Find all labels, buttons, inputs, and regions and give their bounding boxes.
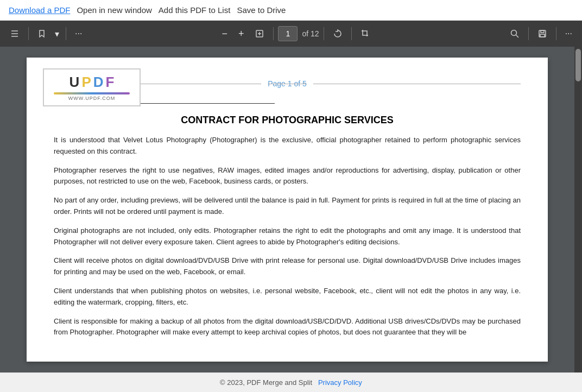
zoom-out-button[interactable]: − <box>217 25 232 43</box>
contract-para-3: No part of any order, including previews… <box>54 195 521 218</box>
updf-bar <box>54 92 130 94</box>
footer: © 2023, PDF Merge and Split Privacy Poli… <box>0 372 582 392</box>
contract-para-5: Client will receive photos on digital do… <box>54 255 521 278</box>
page-hr-right <box>313 84 521 84</box>
bookmark-button[interactable] <box>33 26 50 41</box>
toolbar-left: ▾ ··· <box>5 26 86 42</box>
page-total-label: of 12 <box>302 29 319 38</box>
contract-para-1: It is understood that Velvet Lotus Photo… <box>54 135 521 157</box>
save-to-drive-link[interactable]: Save to Drive <box>237 5 286 15</box>
save-button[interactable] <box>533 26 552 42</box>
divider-3 <box>273 27 274 40</box>
content-area: U P D F WWW.UPDF.COM Page 1 of 5 Date: <box>0 47 582 372</box>
page-number-input[interactable] <box>278 26 298 41</box>
contract-para-7: Client is responsible for making a backu… <box>54 316 521 339</box>
rotate-button[interactable] <box>328 26 347 42</box>
divider-4 <box>324 27 324 40</box>
contract-para-2: Photographer reserves the right to use n… <box>54 165 521 188</box>
divider-2 <box>66 27 66 40</box>
bookmark-dropdown-button[interactable]: ▾ <box>53 28 61 40</box>
svg-point-4 <box>511 30 516 36</box>
contract-para-4: Original photographs are not included, o… <box>54 225 521 248</box>
top-bar: Download a PDF Open in new window Add th… <box>0 0 582 21</box>
footer-text: © 2023, PDF Merge and Split <box>220 378 312 387</box>
contract-title: CONTRACT FOR PHOTOGRAPHIC SERVICES <box>54 115 521 126</box>
page-indicator-text: Page 1 of 5 <box>261 79 313 88</box>
watermark: U P D F WWW.UPDF.COM <box>43 68 141 106</box>
add-to-list-link[interactable]: Add this PDF to List <box>159 5 231 15</box>
toolbar-right: ··· <box>505 26 577 42</box>
toolbar: ▾ ··· − + of 12 <box>0 21 582 47</box>
privacy-policy-link[interactable]: Privacy Policy <box>318 378 362 387</box>
updf-url: WWW.UPDF.COM <box>68 96 116 101</box>
pdf-viewer[interactable]: U P D F WWW.UPDF.COM Page 1 of 5 Date: <box>0 47 574 372</box>
more-left-button[interactable]: ··· <box>71 26 86 42</box>
divider-1 <box>28 27 29 40</box>
contract-para-6: Client understands that when publishing … <box>54 286 521 308</box>
svg-rect-8 <box>540 34 545 37</box>
fit-page-button[interactable] <box>250 26 269 42</box>
updf-logo: U P D F <box>69 74 115 91</box>
divider-7 <box>556 27 556 40</box>
crop-button[interactable] <box>356 26 375 42</box>
zoom-in-button[interactable]: + <box>234 25 249 43</box>
svg-line-5 <box>516 35 518 38</box>
download-pdf-link[interactable]: Download a PDF <box>9 5 70 15</box>
scrollbar-thumb[interactable] <box>575 49 581 81</box>
pdf-page: U P D F WWW.UPDF.COM Page 1 of 5 Date: <box>27 58 548 362</box>
divider-6 <box>528 27 529 40</box>
toc-button[interactable] <box>5 26 24 42</box>
scrollbar-track[interactable] <box>574 47 582 372</box>
toolbar-center: − + of 12 <box>217 25 374 43</box>
more-right-button[interactable]: ··· <box>561 26 577 42</box>
svg-rect-7 <box>541 30 544 33</box>
open-new-window-link[interactable]: Open in new window <box>77 5 151 15</box>
search-button[interactable] <box>505 26 524 42</box>
divider-5 <box>351 27 352 40</box>
